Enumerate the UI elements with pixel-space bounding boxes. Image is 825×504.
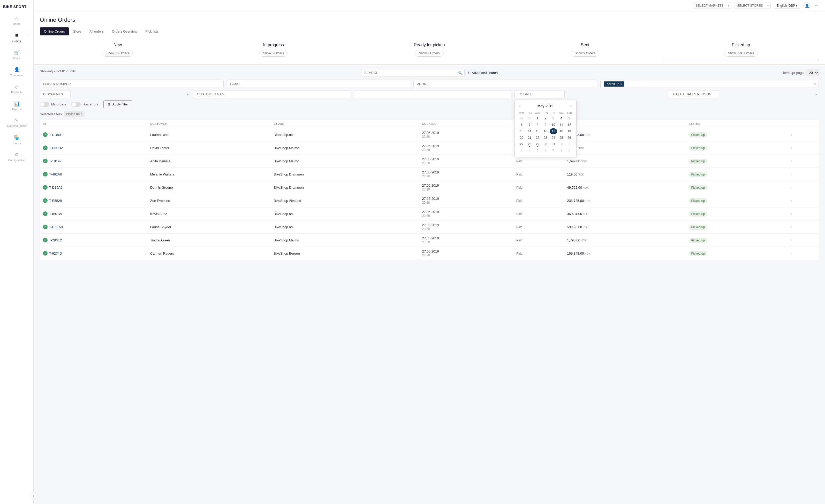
- order-id-value[interactable]: T-B6DB2: [49, 146, 63, 150]
- to-date-filter[interactable]: [515, 90, 565, 98]
- stores-select[interactable]: SELECT STORES: [735, 3, 771, 9]
- table-row[interactable]: ✓ T-D15A6 Dennis Greene BikeShop Drammen…: [40, 181, 819, 194]
- customer-name-filter[interactable]: [194, 90, 351, 98]
- calendar-day[interactable]: 9: [566, 148, 573, 154]
- calendar-day[interactable]: 6: [542, 148, 549, 154]
- calendar-day[interactable]: 12: [566, 122, 573, 128]
- user-icon[interactable]: 👤: [803, 2, 811, 9]
- calendar-day[interactable]: 5: [566, 115, 573, 121]
- calendar-day[interactable]: 8: [557, 148, 565, 154]
- sidebar-item-home[interactable]: ⌂ Home: [0, 12, 33, 29]
- calendar-day[interactable]: 9: [542, 122, 549, 128]
- tab-online-orders[interactable]: Online Orders: [40, 27, 69, 35]
- order-id-value[interactable]: T-6274D: [49, 251, 62, 255]
- calendar-prev-button[interactable]: ‹: [518, 103, 522, 108]
- table-row[interactable]: ✓ T-CD8B1 Lauren Diaz BikeShop.no 27.05.…: [40, 128, 819, 141]
- order-id-value[interactable]: T-19192: [49, 159, 62, 163]
- calendar-day[interactable]: 11: [557, 122, 565, 128]
- order-number-filter[interactable]: [40, 80, 224, 88]
- calendar-day[interactable]: 3: [550, 115, 557, 121]
- sidebar-item-carts[interactable]: 🛒 Carts: [0, 46, 33, 63]
- table-row[interactable]: ✓ T-286E2 Tindra Aasen BikeShop Malmø 27…: [40, 234, 819, 247]
- calendar-day[interactable]: 29: [534, 141, 541, 147]
- tab-pick-lists[interactable]: Pick lists: [141, 27, 163, 35]
- sidebar-item-configuration[interactable]: ⚙ Configuration: [0, 148, 33, 165]
- calendar-day[interactable]: 20: [518, 135, 526, 141]
- sidebar-item-orders[interactable]: ≡ Orders ⋮: [0, 29, 33, 46]
- order-id-value[interactable]: T-897D9: [49, 212, 62, 216]
- email-filter[interactable]: [227, 80, 410, 88]
- show-ready-pickup-orders-button[interactable]: Show 2 Orders: [415, 50, 443, 57]
- calendar-day[interactable]: 29: [518, 115, 526, 121]
- order-id-value[interactable]: T-CD8B1: [49, 133, 63, 137]
- from-date-filter[interactable]: 2019-05-01: [354, 90, 511, 98]
- sales-person-filter[interactable]: SELECT SALES PERSON: [668, 90, 719, 98]
- table-row[interactable]: ✓ T-E5529 Zoe Evensen BikeShop Ålesund 2…: [40, 194, 819, 207]
- row-arrow-icon[interactable]: ›: [791, 198, 792, 202]
- calendar-day[interactable]: 28: [526, 141, 533, 147]
- show-in-progress-orders-button[interactable]: Show 5 Orders: [259, 50, 288, 57]
- calendar-day[interactable]: 16: [542, 128, 549, 135]
- calendar-day[interactable]: 30: [526, 115, 533, 121]
- calendar-day[interactable]: 2: [542, 115, 549, 121]
- calendar-day[interactable]: 1: [557, 141, 565, 147]
- apply-filter-button[interactable]: ⊞ Apply filter: [103, 100, 132, 108]
- sidebar-item-customers[interactable]: 👤 Customers: [0, 63, 33, 80]
- calendar-day[interactable]: 26: [566, 135, 573, 141]
- row-arrow-icon[interactable]: ›: [791, 225, 792, 229]
- my-orders-toggle[interactable]: [40, 102, 49, 107]
- status-filter-close[interactable]: ×: [620, 82, 622, 86]
- row-arrow-icon[interactable]: ›: [791, 185, 792, 189]
- search-input[interactable]: [361, 69, 465, 77]
- show-sent-orders-button[interactable]: Show 9 Orders: [571, 50, 599, 57]
- sidebar-item-products[interactable]: ◇ Products: [0, 80, 33, 97]
- calendar-day[interactable]: 27: [518, 141, 526, 147]
- row-arrow-icon[interactable]: ›: [791, 172, 792, 176]
- calendar-day[interactable]: 14: [526, 128, 533, 135]
- row-arrow-icon[interactable]: ›: [791, 132, 792, 137]
- tab-store[interactable]: Store: [69, 27, 85, 35]
- calendar-day[interactable]: 25: [557, 135, 565, 141]
- status-filter-box[interactable]: Picked up × ▾: [600, 80, 819, 88]
- calendar-day[interactable]: 5: [534, 148, 541, 154]
- order-id-value[interactable]: T-462A6: [49, 172, 62, 176]
- language-selector[interactable]: English, GBP ▾: [774, 3, 800, 8]
- markets-select[interactable]: SELECT MARKETS: [693, 3, 731, 9]
- table-row[interactable]: ✓ T-B6DB2 David Foster BikeShop Malmø 27…: [40, 141, 819, 155]
- calendar-day[interactable]: 10: [550, 122, 557, 128]
- calendar-day[interactable]: 22: [534, 135, 541, 141]
- search-button[interactable]: 🔍: [458, 71, 462, 75]
- calendar-day[interactable]: 30: [542, 141, 549, 147]
- items-per-page-select[interactable]: 20: [806, 70, 819, 76]
- header-more-button[interactable]: ⋯: [814, 3, 820, 8]
- row-arrow-icon[interactable]: ›: [791, 212, 792, 216]
- calendar-day[interactable]: 15: [534, 128, 541, 135]
- row-arrow-icon[interactable]: ›: [791, 159, 792, 163]
- calendar-day[interactable]: 31: [550, 141, 557, 147]
- calendar-day[interactable]: 24: [550, 135, 557, 141]
- tab-orders-overview[interactable]: Orders Overview: [108, 27, 141, 35]
- calendar-day[interactable]: 3: [518, 148, 526, 154]
- calendar-day[interactable]: 8: [534, 122, 541, 128]
- table-row[interactable]: ✓ T-C3EA9 Laurie Snyder BikeShop.no 27.0…: [40, 221, 819, 234]
- calendar-day[interactable]: 23: [542, 135, 549, 141]
- calendar-day[interactable]: 4: [557, 115, 565, 121]
- calendar-day[interactable]: 4: [526, 148, 533, 154]
- discounts-filter[interactable]: DISCOUNTS: [40, 90, 71, 98]
- show-new-orders-button[interactable]: Show 18 Orders: [103, 50, 133, 57]
- table-row[interactable]: ✓ T-6274D Carmen Rogers BikeShop Bergen …: [40, 247, 819, 260]
- row-arrow-icon[interactable]: ›: [791, 146, 792, 150]
- calendar-day[interactable]: 7: [550, 148, 557, 154]
- calendar-day[interactable]: 1: [534, 115, 541, 121]
- calendar-day[interactable]: 19: [566, 128, 573, 135]
- has-errors-toggle[interactable]: [71, 102, 81, 107]
- calendar-day[interactable]: 7: [526, 122, 533, 128]
- table-row[interactable]: ✓ T-897D9 Kevin Aune BikeShop.no 27.05.2…: [40, 207, 819, 221]
- calendar-day[interactable]: 6: [518, 122, 526, 128]
- orders-more-icon[interactable]: ⋮: [27, 32, 31, 37]
- sidebar-item-stores[interactable]: 🏪 Stores: [0, 131, 33, 148]
- table-row[interactable]: ✓ T-462A6 Melanie Walters BikeShop Dramm…: [40, 168, 819, 181]
- order-id-value[interactable]: T-C3EA9: [49, 225, 63, 229]
- sidebar-item-click-collect[interactable]: 🖱 Click and Collect: [0, 114, 33, 131]
- table-row[interactable]: ✓ T-19192 Anita Daniels BikeShop Malmø 2…: [40, 155, 819, 168]
